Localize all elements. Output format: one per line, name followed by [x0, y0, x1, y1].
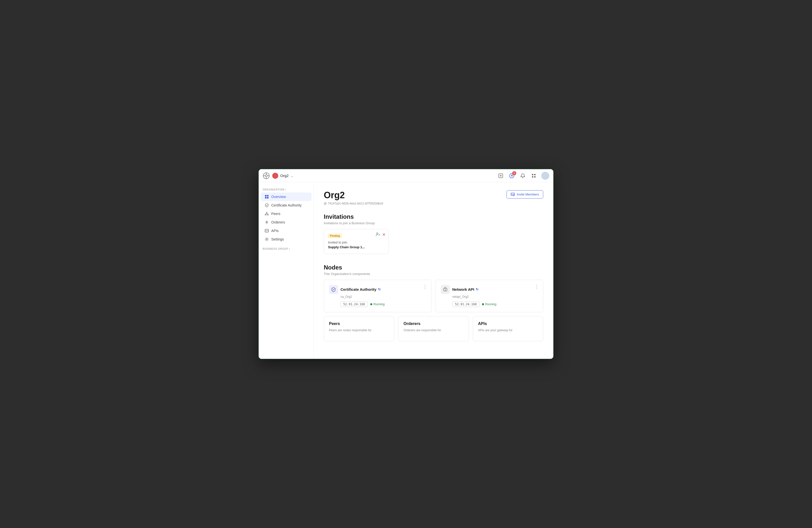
netapi-name-text: Network API [452, 287, 474, 292]
netapi-node-sub: netapi_Org2 [452, 295, 538, 298]
apis-bottom-title: APIs [478, 322, 538, 326]
peers-label: Peers [271, 212, 280, 216]
sidebar-org-label: ORGANIZATION / [259, 188, 314, 191]
orderers-bottom-title: Orderers [404, 322, 464, 326]
svg-rect-13 [534, 176, 536, 177]
svg-rect-17 [267, 197, 269, 199]
svg-point-20 [267, 214, 269, 215]
invitation-actions: ✕ [376, 232, 386, 237]
invitations-subtitle: Invitations to join a Business Group [324, 221, 543, 225]
at-symbol: @ [324, 202, 327, 205]
sidebar-item-overview[interactable]: Overview [261, 192, 311, 201]
peers-bottom-card: Peers Peers are nodes responsible for [324, 316, 394, 341]
ca-icon [329, 285, 338, 294]
grid-icon[interactable] [530, 172, 537, 179]
invitation-text: Invited to join Supply Chain Group 1... [328, 240, 385, 250]
svg-line-27 [265, 221, 266, 222]
sidebar-item-orderers[interactable]: Orderers [261, 218, 311, 226]
svg-line-22 [267, 213, 268, 214]
invitations-title: Invitations [324, 213, 543, 220]
chevron-icon: ⌄ [290, 174, 293, 178]
nodes-title: Nodes [324, 264, 543, 271]
netapi-icon [441, 285, 450, 294]
settings-label: Settings [271, 237, 284, 241]
svg-rect-33 [511, 193, 514, 195]
svg-rect-11 [534, 174, 536, 175]
orderers-icon [265, 220, 269, 224]
peers-bottom-title: Peers [329, 322, 389, 326]
orderers-bottom-desc: Orderers are responsible for [404, 328, 464, 333]
svg-rect-16 [265, 197, 266, 199]
top-bar-left: Org2 ⌄ [263, 172, 293, 179]
accept-invitation-button[interactable] [376, 232, 380, 237]
netapi-node-status: Running [482, 303, 496, 306]
settings-icon [265, 237, 269, 241]
netapi-node-ip: 52.91.24.168 [452, 302, 479, 307]
svg-point-34 [377, 233, 378, 234]
svg-point-32 [266, 239, 267, 240]
svg-line-30 [267, 221, 268, 222]
notification-badge: 6 [512, 171, 516, 175]
user-avatar[interactable] [541, 172, 549, 180]
peers-bottom-desc: Peers are nodes responsible for [329, 328, 389, 333]
org-id-value: 74147a2c-662b-4ee1-b011-bf7f3520dbc6 [328, 202, 383, 205]
invitation-line1: Invited to join [328, 240, 347, 244]
sidebar-item-peers[interactable]: Peers [261, 209, 311, 218]
nodes-subtitle: This Organization's components [324, 272, 543, 276]
lightning-icon[interactable]: 6 [508, 172, 515, 179]
ca-node-status: Running [370, 303, 385, 306]
netapi-status-dot [482, 303, 484, 305]
main-content: Org2 @ 74147a2c-662b-4ee1-b011-bf7f3520d… [314, 182, 553, 359]
sidebar-business-group-label: BUSINESS GROUP / [259, 248, 314, 250]
apis-bottom-desc: APIs are your gateway for [478, 328, 538, 333]
org-id: @ 74147a2c-662b-4ee1-b011-bf7f3520dbc6 [324, 202, 383, 205]
sidebar-item-certificate-authority[interactable]: Certificate Authority [261, 201, 311, 209]
netapi-node-footer: 52.91.24.168 Running [452, 302, 538, 307]
org-avatar [272, 173, 278, 179]
netapi-card-header: Network API ↻ [441, 285, 538, 294]
sidebar-item-apis[interactable]: APIs [261, 226, 311, 235]
invite-members-label: Invite Members [517, 192, 539, 196]
invitations-section: Invitations Invitations to join a Busine… [324, 213, 543, 254]
sidebar: ORGANIZATION / Overview Certificate Auth… [259, 182, 314, 359]
peers-icon [265, 212, 269, 216]
svg-point-1 [265, 175, 267, 177]
svg-line-29 [265, 223, 266, 223]
sidebar-item-settings[interactable]: Settings [261, 235, 311, 244]
org-title-block: Org2 @ 74147a2c-662b-4ee1-b011-bf7f3520d… [324, 190, 383, 205]
org-name: Org2 [280, 174, 289, 178]
ca-node-ip: 52.91.24.168 [340, 302, 368, 307]
svg-rect-14 [265, 195, 266, 196]
netapi-node-card: Network API ↻ netapi_Org2 52.91.24.168 R… [435, 280, 543, 312]
overview-label: Overview [271, 195, 286, 199]
ca-node-name: Certificate Authority ↻ [340, 287, 381, 292]
reject-invitation-button[interactable]: ✕ [382, 232, 386, 237]
apis-icon [265, 229, 269, 233]
orderers-label: Orderers [271, 220, 285, 224]
certificate-icon [265, 203, 269, 207]
ca-node-card: Certificate Authority ↻ ca_Org2 52.91.24… [324, 280, 432, 312]
bottom-nodes-grid: Peers Peers are nodes responsible for Or… [324, 316, 543, 341]
svg-point-24 [266, 222, 267, 223]
svg-rect-15 [267, 195, 269, 196]
content-header: Org2 @ 74147a2c-662b-4ee1-b011-bf7f3520d… [324, 190, 543, 205]
netapi-node-name: Network API ↻ [452, 287, 478, 292]
pending-badge: Pending [328, 234, 342, 238]
org-title: Org2 [324, 190, 383, 200]
ca-status-text: Running [374, 303, 385, 306]
logo-icon [263, 172, 270, 179]
certificate-authority-label: Certificate Authority [271, 203, 302, 207]
invite-members-button[interactable]: Invite Members [507, 190, 543, 199]
netapi-node-menu[interactable]: ⋮ [535, 284, 539, 290]
svg-rect-12 [532, 176, 533, 177]
org-selector[interactable]: Org2 ⌄ [272, 173, 293, 179]
add-icon[interactable] [497, 172, 504, 179]
ca-node-menu[interactable]: ⋮ [423, 284, 427, 290]
svg-point-19 [265, 214, 266, 215]
ca-refresh-icon[interactable]: ↻ [378, 288, 381, 291]
nodes-section: Nodes This Organization's components [324, 264, 543, 341]
svg-line-28 [267, 223, 268, 223]
netapi-refresh-icon[interactable]: ↻ [476, 288, 478, 291]
bell-icon[interactable] [519, 172, 526, 179]
ca-status-dot [370, 303, 372, 305]
